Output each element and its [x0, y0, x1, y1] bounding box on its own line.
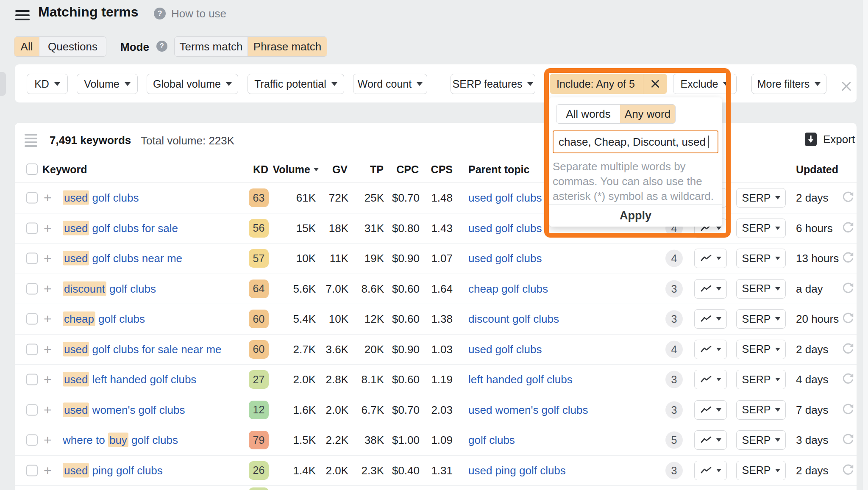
include-chip-close[interactable]	[643, 79, 667, 89]
keyword-link[interactable]: used golf clubs for sale	[63, 221, 178, 235]
trend-chart-button[interactable]	[694, 370, 727, 389]
page-scrollbar[interactable]	[863, 0, 868, 490]
parent-topic-link[interactable]: golf clubs	[468, 434, 515, 447]
serp-button[interactable]: SERP	[736, 279, 786, 299]
filter-serp-features-button[interactable]: SERP features	[451, 74, 535, 94]
add-to-list-icon[interactable]: +	[44, 282, 52, 296]
parent-topic-link[interactable]: left handed golf clubs	[468, 373, 573, 386]
trend-chart-button[interactable]	[694, 400, 727, 420]
add-to-list-icon[interactable]: +	[44, 252, 52, 265]
select-all-checkbox[interactable]	[26, 163, 38, 175]
row-checkbox[interactable]	[26, 313, 38, 325]
col-parent-topic[interactable]: Parent topic	[468, 163, 529, 176]
refresh-icon[interactable]	[842, 312, 854, 326]
tab-all[interactable]: All	[14, 37, 39, 56]
serp-button[interactable]: SERP	[736, 188, 786, 208]
serp-button[interactable]: SERP	[736, 219, 786, 238]
row-checkbox[interactable]	[26, 343, 38, 355]
collapsed-panel-handle[interactable]	[0, 72, 6, 96]
serp-button[interactable]: SERP	[736, 370, 786, 389]
col-cpc[interactable]: CPC	[388, 163, 419, 176]
add-to-list-icon[interactable]: +	[44, 343, 52, 356]
row-checkbox[interactable]	[26, 192, 38, 204]
filter-volume-button[interactable]: Volume	[77, 74, 138, 94]
any-word-option[interactable]: Any word	[620, 105, 675, 123]
trend-chart-button[interactable]	[694, 249, 727, 268]
list-view-icon[interactable]	[25, 134, 37, 149]
filter-more-filters-button[interactable]: More filters	[751, 74, 826, 94]
add-to-list-icon[interactable]: +	[44, 221, 52, 235]
refresh-icon[interactable]	[842, 463, 854, 478]
include-terms-input[interactable]	[553, 130, 718, 153]
export-button[interactable]: Export	[804, 132, 855, 147]
row-checkbox[interactable]	[26, 283, 38, 294]
add-to-list-icon[interactable]: +	[44, 191, 52, 205]
parent-topic-link[interactable]: used golf clubs	[468, 343, 542, 356]
col-volume[interactable]: Volume	[271, 163, 319, 176]
tab-terms-match[interactable]: Terms match	[175, 37, 248, 56]
serp-button[interactable]: SERP	[736, 309, 786, 329]
parent-topic-link[interactable]: used golf clubs	[468, 252, 542, 265]
col-keyword[interactable]: Keyword	[42, 163, 87, 176]
keyword-link[interactable]: discount golf clubs	[63, 282, 156, 295]
row-checkbox[interactable]	[26, 253, 38, 264]
row-checkbox[interactable]	[26, 435, 38, 446]
parent-topic-link[interactable]: cheap golf clubs	[468, 282, 548, 295]
row-checkbox[interactable]	[26, 374, 38, 385]
row-checkbox[interactable]	[26, 222, 38, 234]
refresh-icon[interactable]	[842, 403, 854, 417]
keyword-link[interactable]: used left handed golf clubs	[63, 373, 196, 386]
trend-chart-button[interactable]	[694, 309, 727, 329]
serp-button[interactable]: SERP	[736, 461, 786, 480]
help-icon[interactable]: ?	[154, 8, 166, 19]
tab-phrase-match[interactable]: Phrase match	[248, 37, 327, 56]
keyword-link[interactable]: where to buy golf clubs	[63, 434, 178, 447]
filter-traffic-potential-button[interactable]: Traffic potential	[248, 74, 344, 94]
tab-questions[interactable]: Questions	[39, 37, 106, 56]
add-to-list-icon[interactable]: +	[44, 373, 52, 386]
add-to-list-icon[interactable]: +	[44, 433, 52, 447]
mode-help-icon[interactable]: ?	[156, 41, 167, 52]
col-updated[interactable]: Updated	[796, 163, 838, 176]
include-filter-chip[interactable]: Include: Any of 5	[550, 74, 667, 94]
col-cps[interactable]: CPS	[422, 163, 453, 176]
refresh-icon[interactable]	[842, 251, 854, 266]
keyword-link[interactable]: used golf clubs	[63, 191, 139, 205]
parent-topic-link[interactable]: used golf clubs	[468, 221, 542, 235]
keyword-link[interactable]: used golf clubs for sale near me	[63, 343, 222, 356]
apply-button[interactable]: Apply	[549, 205, 722, 227]
add-to-list-icon[interactable]: +	[44, 312, 52, 326]
keyword-link[interactable]: used golf clubs near me	[63, 252, 182, 265]
filter-kd-button[interactable]: KD	[27, 74, 68, 94]
trend-chart-button[interactable]	[694, 340, 727, 359]
refresh-icon[interactable]	[842, 282, 854, 296]
parent-topic-link[interactable]: used golf clubs	[468, 191, 542, 205]
filter-word-count-button[interactable]: Word count	[353, 74, 427, 94]
refresh-icon[interactable]	[842, 372, 854, 387]
how-to-use-link[interactable]: How to use	[171, 7, 226, 20]
refresh-icon[interactable]	[842, 433, 854, 447]
trend-chart-button[interactable]	[694, 461, 727, 480]
col-gv[interactable]: GV	[318, 163, 348, 176]
parent-topic-link[interactable]: discount golf clubs	[468, 313, 559, 326]
parent-topic-link[interactable]: used women's golf clubs	[468, 403, 588, 416]
row-checkbox[interactable]	[26, 465, 38, 476]
menu-icon[interactable]	[15, 10, 30, 21]
trend-chart-button[interactable]	[694, 430, 727, 450]
serp-button[interactable]: SERP	[736, 400, 786, 420]
add-to-list-icon[interactable]: +	[44, 403, 52, 417]
trend-chart-button[interactable]	[694, 279, 727, 299]
col-tp[interactable]: TP	[354, 163, 384, 176]
serp-button[interactable]: SERP	[736, 340, 786, 359]
add-to-list-icon[interactable]: +	[44, 464, 52, 477]
keyword-link[interactable]: used ping golf clubs	[63, 464, 163, 477]
clear-filters-icon[interactable]	[840, 80, 852, 92]
keyword-link[interactable]: used women's golf clubs	[63, 403, 185, 416]
refresh-icon[interactable]	[842, 191, 854, 205]
refresh-icon[interactable]	[842, 342, 854, 357]
col-kd[interactable]: KD	[237, 163, 268, 176]
refresh-icon[interactable]	[842, 221, 854, 235]
row-checkbox[interactable]	[26, 404, 38, 415]
filter-exclude-button[interactable]: Exclude	[673, 74, 737, 94]
all-words-option[interactable]: All words	[556, 105, 620, 123]
